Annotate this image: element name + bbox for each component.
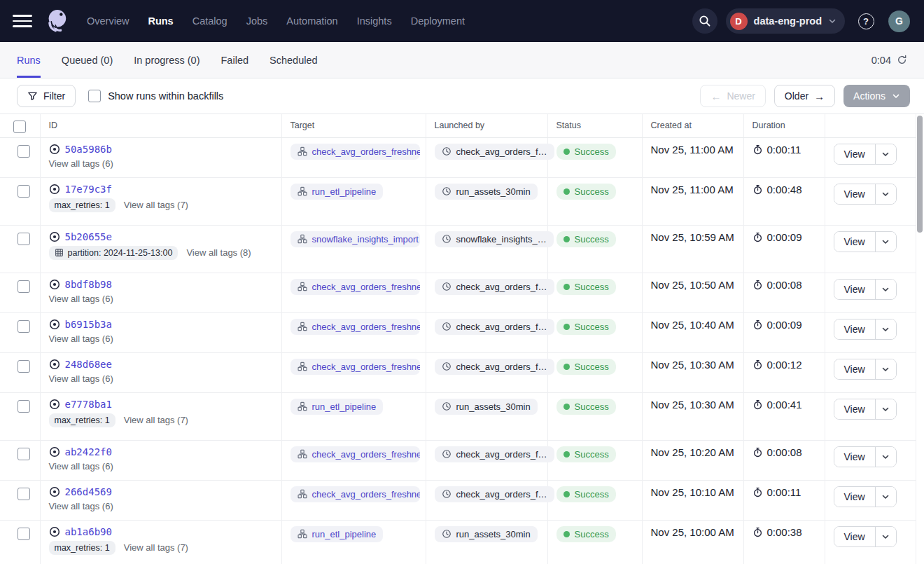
launched-by-pill[interactable]: run_assets_30min <box>435 184 538 200</box>
run-id-link[interactable]: 248d68ee <box>65 359 112 370</box>
view-all-tags-link[interactable]: View all tags (8) <box>186 247 251 258</box>
view-button[interactable]: View <box>834 487 875 507</box>
select-all-checkbox[interactable] <box>13 121 26 133</box>
launched-by-pill[interactable]: check_avg_orders_f… <box>435 144 554 160</box>
target-pill[interactable]: check_avg_orders_freshne <box>290 359 420 375</box>
launched-by-pill[interactable]: snowflake_insights_… <box>435 231 554 247</box>
older-button[interactable]: Older → <box>774 85 835 107</box>
view-all-tags-link[interactable]: View all tags (7) <box>124 542 188 553</box>
launched-by-pill[interactable]: check_avg_orders_f… <box>435 279 554 295</box>
target-pill[interactable]: run_etl_pipeline <box>290 526 384 542</box>
launched-by-pill[interactable]: run_assets_30min <box>435 526 538 542</box>
row-checkbox[interactable] <box>18 528 30 540</box>
newer-button[interactable]: ← Newer <box>700 85 765 107</box>
launched-by-pill[interactable]: run_assets_30min <box>435 399 538 415</box>
run-id-link[interactable]: 5b20655e <box>65 231 112 242</box>
nav-automation[interactable]: Automation <box>286 15 337 27</box>
actions-button[interactable]: Actions <box>844 85 910 107</box>
tag-pill[interactable]: max_retries: 1 <box>49 198 115 212</box>
view-dropdown-button[interactable] <box>875 184 896 204</box>
refresh-button[interactable] <box>897 55 907 65</box>
launched-by-pill[interactable]: check_avg_orders_f… <box>435 486 554 502</box>
target-pill[interactable]: run_etl_pipeline <box>290 184 384 200</box>
row-checkbox[interactable] <box>18 488 30 500</box>
row-checkbox[interactable] <box>18 400 30 413</box>
run-id-link[interactable]: 50a5986b <box>65 144 112 155</box>
view-dropdown-button[interactable] <box>875 319 896 339</box>
row-checkbox[interactable] <box>18 233 30 245</box>
run-id-link[interactable]: ab1a6b90 <box>65 526 112 537</box>
view-all-tags-link[interactable]: View all tags (6) <box>49 294 113 304</box>
view-dropdown-button[interactable] <box>875 527 896 546</box>
dagster-logo[interactable] <box>42 6 71 36</box>
view-all-tags-link[interactable]: View all tags (6) <box>49 501 113 511</box>
view-dropdown-button[interactable] <box>875 399 896 419</box>
run-id-link[interactable]: e7778ba1 <box>65 399 112 410</box>
backfills-checkbox[interactable] <box>88 90 101 102</box>
view-button[interactable]: View <box>834 232 875 252</box>
run-id-link[interactable]: b6915b3a <box>65 319 112 330</box>
tab-scheduled[interactable]: Scheduled <box>270 42 318 78</box>
view-button[interactable]: View <box>834 184 875 204</box>
view-dropdown-button[interactable] <box>875 232 896 252</box>
nav-overview[interactable]: Overview <box>87 15 129 27</box>
view-button[interactable]: View <box>834 447 875 467</box>
tag-pill[interactable]: partition: 2024-11-25-13:00 <box>49 246 178 260</box>
view-button[interactable]: View <box>834 144 875 164</box>
run-id-link[interactable]: 8bdf8b98 <box>65 279 112 290</box>
tag-pill[interactable]: max_retries: 1 <box>49 413 115 427</box>
vertical-scrollbar[interactable] <box>917 116 923 233</box>
menu-icon[interactable] <box>13 15 32 27</box>
nav-insights[interactable]: Insights <box>357 15 392 27</box>
row-checkbox[interactable] <box>18 360 30 373</box>
view-all-tags-link[interactable]: View all tags (7) <box>124 415 188 425</box>
view-dropdown-button[interactable] <box>875 447 896 467</box>
row-checkbox[interactable] <box>18 145 30 158</box>
view-button[interactable]: View <box>834 359 875 379</box>
row-checkbox[interactable] <box>18 448 30 460</box>
run-id-link[interactable]: 17e79c3f <box>65 184 112 195</box>
tag-pill[interactable]: max_retries: 1 <box>49 541 115 555</box>
run-id-link[interactable]: ab2422f0 <box>65 446 112 458</box>
nav-runs[interactable]: Runs <box>148 15 173 27</box>
filter-button[interactable]: Filter <box>17 85 76 107</box>
view-button[interactable]: View <box>834 399 875 419</box>
view-all-tags-link[interactable]: View all tags (7) <box>124 200 188 210</box>
view-button[interactable]: View <box>834 527 875 546</box>
target-pill[interactable]: check_avg_orders_freshne <box>290 144 420 160</box>
nav-jobs[interactable]: Jobs <box>246 15 268 27</box>
help-button[interactable]: ? <box>853 8 878 34</box>
target-pill[interactable]: snowflake_insights_import <box>290 231 420 247</box>
view-dropdown-button[interactable] <box>875 280 896 299</box>
target-pill[interactable]: run_etl_pipeline <box>290 399 384 415</box>
view-dropdown-button[interactable] <box>875 144 896 164</box>
tab-in-progress[interactable]: In progress (0) <box>134 42 200 78</box>
deployment-switcher[interactable]: D data-eng-prod <box>726 8 845 34</box>
target-pill[interactable]: check_avg_orders_freshne <box>290 486 420 502</box>
launched-by-pill[interactable]: check_avg_orders_f… <box>435 446 554 462</box>
nav-catalog[interactable]: Catalog <box>192 15 227 27</box>
target-pill[interactable]: check_avg_orders_freshne <box>290 319 420 335</box>
view-dropdown-button[interactable] <box>875 487 896 507</box>
search-button[interactable] <box>692 8 718 34</box>
row-checkbox[interactable] <box>18 185 30 198</box>
tab-failed[interactable]: Failed <box>221 42 249 78</box>
view-all-tags-link[interactable]: View all tags (6) <box>49 461 113 472</box>
view-button[interactable]: View <box>834 319 875 339</box>
run-id-link[interactable]: 266d4569 <box>65 486 112 497</box>
backfills-toggle[interactable]: Show runs within backfills <box>88 90 223 102</box>
launched-by-pill[interactable]: check_avg_orders_f… <box>435 359 554 375</box>
row-checkbox[interactable] <box>18 320 30 333</box>
user-avatar[interactable]: G <box>888 11 910 32</box>
view-dropdown-button[interactable] <box>875 359 896 379</box>
tab-queued[interactable]: Queued (0) <box>62 42 113 78</box>
target-pill[interactable]: check_avg_orders_freshne <box>290 446 420 462</box>
view-all-tags-link[interactable]: View all tags (6) <box>49 333 113 344</box>
row-checkbox[interactable] <box>18 280 30 293</box>
view-all-tags-link[interactable]: View all tags (6) <box>49 373 113 384</box>
tab-runs[interactable]: Runs <box>17 42 41 78</box>
view-button[interactable]: View <box>834 280 875 299</box>
nav-deployment[interactable]: Deployment <box>411 15 465 27</box>
target-pill[interactable]: check_avg_orders_freshne <box>290 279 420 295</box>
launched-by-pill[interactable]: check_avg_orders_f… <box>435 319 554 335</box>
